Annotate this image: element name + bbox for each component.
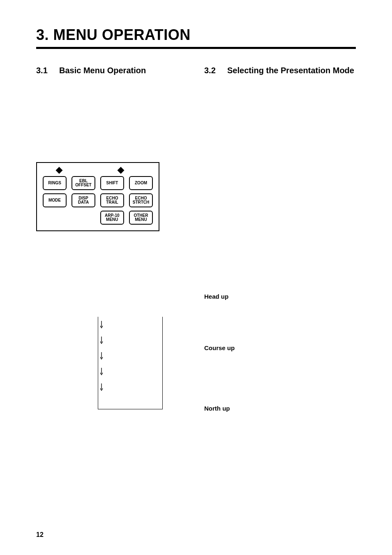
diamond-icon (56, 167, 63, 174)
menu-item (98, 379, 162, 395)
key-other-menu: OTHER MENU (129, 211, 153, 225)
key-row-3: ARP-10 MENU OTHER MENU (43, 211, 153, 225)
key-echo-trail: ECHO TRAIL (100, 193, 124, 207)
key-row-2: MODE DISP DATA ECHO TRAIL ECHO STRTCH (43, 193, 153, 207)
section-title: Basic Menu Operation (59, 65, 146, 76)
section-title: Selecting the Presentation Mode (227, 65, 354, 76)
down-arrow-icon (100, 352, 103, 360)
section-number: 3.1 (36, 66, 53, 75)
key-mode: MODE (43, 193, 67, 207)
section-3-1-header: 3.1 Basic Menu Operation (36, 65, 188, 76)
mode-north-up: North up (204, 405, 356, 412)
section-number: 3.2 (204, 66, 221, 75)
down-arrow-icon (100, 321, 103, 328)
key-zoom: ZOOM (129, 176, 153, 190)
page-number: 12 (36, 531, 44, 539)
mode-heading: Course up (204, 344, 356, 351)
mode-heading: Head up (204, 293, 356, 300)
mode-course-up: Course up (204, 344, 356, 351)
menu-item (98, 348, 162, 364)
menu-item (98, 332, 162, 348)
key-arp10-menu: ARP-10 MENU (100, 211, 124, 225)
diamond-icon (118, 167, 125, 174)
spacer (204, 300, 356, 344)
diamond-row (57, 168, 153, 173)
key-spacer (71, 211, 95, 225)
section-3-2-header: 3.2 Selecting the Presentation Mode (204, 65, 356, 76)
menu-item (98, 364, 162, 379)
chapter-rule (36, 47, 356, 49)
right-column: 3.2 Selecting the Presentation Mode Head… (204, 65, 356, 412)
two-column-layout: 3.1 Basic Menu Operation RINGS EBL OFFSE… (36, 65, 356, 412)
key-ebl-offset: EBL OFFSET (71, 176, 95, 190)
spacer (204, 351, 356, 405)
down-arrow-icon (100, 368, 103, 375)
down-arrow-icon (100, 383, 103, 391)
key-shift: SHIFT (100, 176, 124, 190)
menu-item (98, 317, 162, 332)
mode-heading: North up (204, 405, 356, 412)
key-disp-data: DISP DATA (71, 193, 95, 207)
key-rings: RINGS (43, 176, 67, 190)
left-column: 3.1 Basic Menu Operation RINGS EBL OFFSE… (36, 65, 188, 412)
chapter-title: 3. MENU OPERATION (36, 26, 356, 44)
menu-item (98, 395, 162, 409)
down-arrow-icon (100, 337, 103, 344)
page: 3. MENU OPERATION 3.1 Basic Menu Operati… (0, 0, 392, 555)
mode-head-up: Head up (204, 293, 356, 300)
key-spacer (43, 211, 67, 225)
spacer (204, 79, 356, 293)
main-menu-figure (98, 317, 163, 409)
key-row-1: RINGS EBL OFFSET SHIFT ZOOM (43, 176, 153, 190)
key-echo-strtch: ECHO STRTCH (129, 193, 153, 207)
touchpad-figure: RINGS EBL OFFSET SHIFT ZOOM MODE DISP DA… (36, 162, 159, 231)
